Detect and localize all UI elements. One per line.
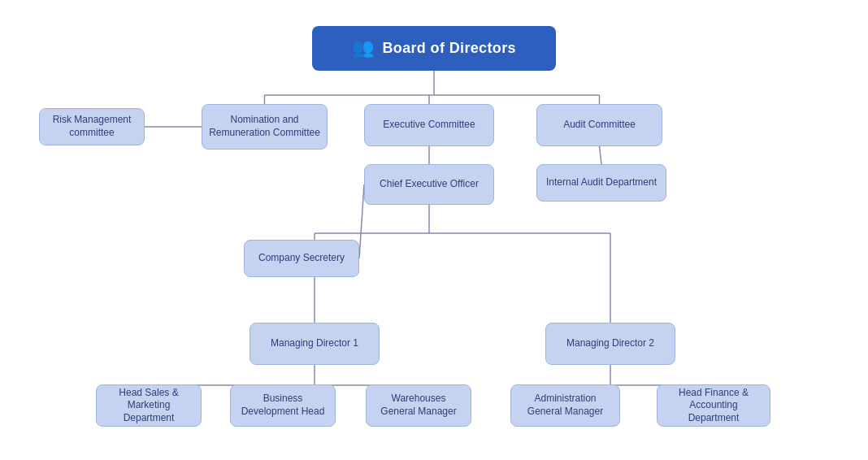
warehouses_gm-node: Warehouses General Manager xyxy=(366,384,471,427)
org-chart: 👥Board of DirectorsExecutive CommitteeNo… xyxy=(0,0,868,460)
md2-label: Managing Director 2 xyxy=(566,337,654,350)
exec_committee-node: Executive Committee xyxy=(364,104,494,146)
internal_audit-node: Internal Audit Department xyxy=(536,164,666,202)
head_finance-node: Head Finance & Accounting Department xyxy=(657,384,770,427)
company_sec-node: Company Secretery xyxy=(244,240,359,277)
head_sales-node: Head Sales & Marketing Department xyxy=(96,384,202,427)
risk_committee-label: Risk Management committee xyxy=(46,114,137,139)
audit_committee-node: Audit Committee xyxy=(536,104,662,146)
company_sec-label: Company Secretery xyxy=(258,252,345,265)
admin_gm-label: Administration General Manager xyxy=(518,393,613,418)
ceo-node: Chief Executive Officer xyxy=(364,164,494,205)
head_sales-label: Head Sales & Marketing Department xyxy=(103,387,194,425)
board-node: 👥Board of Directors xyxy=(312,26,556,71)
md2-node: Managing Director 2 xyxy=(545,323,675,365)
head_finance-label: Head Finance & Accounting Department xyxy=(664,387,763,425)
nom_committee-node: Nomination and Remuneration Committee xyxy=(202,104,328,150)
audit_committee-label: Audit Committee xyxy=(563,119,636,132)
ceo-label: Chief Executive Officer xyxy=(380,178,479,191)
md1-node: Managing Director 1 xyxy=(250,323,380,365)
group-icon: 👥 xyxy=(352,37,374,60)
warehouses_gm-label: Warehouses General Manager xyxy=(373,393,464,418)
internal_audit-label: Internal Audit Department xyxy=(546,176,657,189)
board-label: Board of Directors xyxy=(382,39,516,58)
admin_gm-node: Administration General Manager xyxy=(510,384,620,427)
md1-label: Managing Director 1 xyxy=(271,337,358,350)
nom_committee-label: Nomination and Remuneration Committee xyxy=(209,114,320,139)
biz_dev-label: Business Development Head xyxy=(237,393,328,418)
risk_committee-node: Risk Management committee xyxy=(39,108,145,145)
exec_committee-label: Executive Committee xyxy=(383,119,475,132)
svg-line-7 xyxy=(600,146,602,164)
biz_dev-node: Business Development Head xyxy=(230,384,336,427)
